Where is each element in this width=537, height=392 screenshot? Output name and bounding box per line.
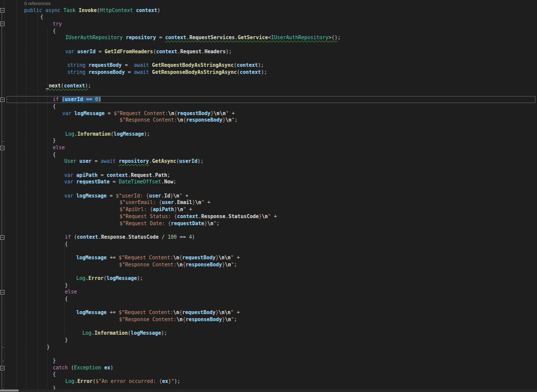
code-token: IUserAuthRepository xyxy=(65,35,126,40)
code-line[interactable]: string requestBody = await GetRequestBod… xyxy=(0,62,537,69)
code-token: \n\n xyxy=(219,310,231,315)
code-token: = xyxy=(94,158,100,164)
fold-collapse-icon[interactable] xyxy=(0,22,5,26)
code-line[interactable]: try xyxy=(0,21,537,28)
code-line[interactable]: { xyxy=(0,296,537,303)
code-line[interactable] xyxy=(0,303,537,310)
code-line[interactable] xyxy=(0,227,537,234)
code-line[interactable]: { xyxy=(0,14,537,21)
horizontal-scrollbar[interactable] xyxy=(0,389,537,392)
code-line[interactable] xyxy=(0,247,537,254)
code-line[interactable] xyxy=(0,75,537,82)
code-line[interactable] xyxy=(0,323,537,330)
code-token: += xyxy=(110,310,119,315)
code-token: $"Response Content: xyxy=(120,117,177,123)
code-line[interactable]: string responseBody = await GetResponseB… xyxy=(0,69,537,76)
code-line[interactable]: $"ApiUrl: {apiPath}\n" + xyxy=(0,206,537,213)
code-line[interactable]: $"Response Content:\n{responseBody}\n"; xyxy=(0,261,537,268)
code-line[interactable]: { xyxy=(0,241,537,248)
code-line[interactable]: logMessage += $"Request Content:\n{reque… xyxy=(0,309,537,316)
code-line[interactable]: $"Request Date: {requestDate}\n"; xyxy=(0,220,537,227)
code-line[interactable]: { xyxy=(0,103,537,110)
code-line[interactable] xyxy=(0,89,537,96)
code-line[interactable] xyxy=(0,350,537,357)
code-token: context xyxy=(136,8,157,13)
fold-collapse-icon[interactable] xyxy=(0,290,5,295)
code-line[interactable] xyxy=(0,165,537,172)
code-token: " xyxy=(201,200,207,205)
code-token: = xyxy=(108,111,114,116)
code-line[interactable]: User user = await repository.GetAsync(us… xyxy=(0,158,537,165)
code-token: \n xyxy=(195,200,201,205)
code-line[interactable]: $"Request Status: {context.Response.Stat… xyxy=(0,213,537,220)
code-token: logMessage xyxy=(74,111,108,116)
code-line[interactable]: { xyxy=(0,371,537,378)
fold-collapse-icon[interactable] xyxy=(0,366,5,370)
code-token: $"userEmail: xyxy=(120,200,159,205)
code-line[interactable]: else xyxy=(0,288,537,296)
code-line[interactable]: if (userId == 0) xyxy=(0,96,537,103)
code-line[interactable]: var logMessage = $"Request Content:\n{re… xyxy=(0,110,537,117)
code-line[interactable] xyxy=(0,268,537,275)
code-token: GetService xyxy=(238,35,268,40)
code-token: + xyxy=(189,207,192,212)
code-line[interactable]: $"Response Content:\n{responseBody}\n"; xyxy=(0,117,537,124)
code-line[interactable]: Log.Error($"An error occurred: {ex}"); xyxy=(0,378,537,385)
code-line[interactable] xyxy=(0,185,537,192)
code-token: { xyxy=(53,152,56,157)
code-line[interactable] xyxy=(0,41,537,48)
code-token: \n xyxy=(177,117,183,123)
code-line[interactable]: Log.Information(logMessage); xyxy=(0,330,537,337)
code-line[interactable]: logMessage += $"Request Content:\n{reque… xyxy=(0,254,537,261)
code-line[interactable] xyxy=(0,55,537,62)
code-token: } xyxy=(53,358,56,363)
code-token: Response xyxy=(101,234,125,240)
fold-collapse-icon[interactable] xyxy=(0,235,5,240)
code-line[interactable]: else xyxy=(0,144,537,151)
code-line[interactable]: IUserAuthRepository repository = context… xyxy=(0,34,537,41)
code-line[interactable]: var userId = GetIdFromHeaders(context.Re… xyxy=(0,48,537,55)
code-line[interactable]: } xyxy=(0,344,537,351)
fold-collapse-icon[interactable] xyxy=(0,146,5,150)
code-token: repository xyxy=(126,35,159,40)
code-line[interactable]: Log.Information(logMessage); xyxy=(0,131,537,138)
code-line[interactable]: } xyxy=(0,337,537,344)
code-token: logMessage xyxy=(76,193,110,199)
code-token: requestBody xyxy=(177,111,210,116)
code-token: " xyxy=(268,214,274,219)
codelens-references[interactable]: 0 references xyxy=(24,1,51,6)
code-line[interactable]: if (context.Response.StatusCode / 100 ==… xyxy=(0,234,537,241)
code-line[interactable]: } xyxy=(0,137,537,144)
code-line[interactable] xyxy=(0,124,537,131)
code-line[interactable]: } xyxy=(0,282,537,289)
code-token: } xyxy=(47,344,50,350)
horizontal-scrollbar-thumb[interactable] xyxy=(0,389,19,391)
fold-collapse-icon[interactable] xyxy=(0,8,5,13)
code-token: context xyxy=(106,172,128,178)
code-line[interactable]: { xyxy=(0,151,537,158)
code-editor[interactable]: 0 referencespublic async Task Invoke(Htt… xyxy=(0,0,537,392)
code-line[interactable]: } xyxy=(0,357,537,364)
code-line[interactable]: var requestDate = DateTimeOffset.Now; xyxy=(0,178,537,185)
code-line[interactable]: Log.Error(logMessage); xyxy=(0,275,537,282)
fold-collapse-icon[interactable] xyxy=(0,97,5,102)
code-line[interactable]: var apiPath = context.Request.Path; xyxy=(0,172,537,179)
code-token: if xyxy=(53,96,62,102)
code-token: \n xyxy=(226,117,232,123)
code-line[interactable]: public async Task Invoke(HttpContext con… xyxy=(0,7,537,14)
code-token: userId xyxy=(77,49,98,54)
code-token: context xyxy=(156,49,177,54)
code-token: ; xyxy=(217,221,220,226)
code-line[interactable]: { xyxy=(0,28,537,35)
code-token: ex xyxy=(104,365,110,370)
code-line[interactable]: _next(context); xyxy=(0,82,537,89)
code-line[interactable]: $"userEmail: {user.Email}\n" + xyxy=(0,199,537,206)
codelens-row[interactable]: 0 references xyxy=(0,0,537,7)
code-line[interactable]: $"Response Content:\n{responseBody}\n"; xyxy=(0,316,537,323)
code-token: Exception xyxy=(74,365,104,370)
code-token: Log xyxy=(65,378,74,384)
code-token: Log xyxy=(76,275,85,281)
code-line[interactable]: catch (Exception ex) xyxy=(0,364,537,371)
code-line[interactable]: var logMessage = $"userId: {user.Id}\n" … xyxy=(0,192,537,200)
code-token: ; xyxy=(88,83,91,88)
